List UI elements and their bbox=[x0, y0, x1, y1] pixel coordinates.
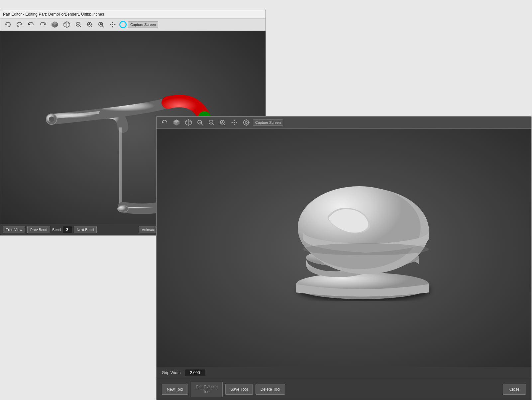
tool-buttons-row: New Tool Edit Existing Tool Save Tool De… bbox=[157, 379, 531, 400]
tool-zoom-in-btn[interactable] bbox=[206, 118, 216, 127]
capture-screen-btn[interactable]: Capture Screen bbox=[128, 21, 158, 28]
svg-line-12 bbox=[79, 26, 81, 27]
target-icon bbox=[119, 21, 127, 28]
svg-line-40 bbox=[201, 123, 203, 125]
part-editor-title: Part Editor - Editing Part: DemoForBende… bbox=[3, 12, 104, 17]
tool-solid-cube-btn[interactable] bbox=[171, 118, 182, 127]
svg-marker-50 bbox=[234, 124, 235, 125]
tool-editor-bottom-area: Grip Width 2.000 New Tool Edit Existing … bbox=[157, 367, 531, 400]
svg-marker-52 bbox=[236, 122, 237, 123]
svg-line-20 bbox=[102, 26, 104, 27]
svg-marker-22 bbox=[112, 22, 113, 23]
svg-marker-51 bbox=[231, 122, 233, 123]
tool-editor-toolbar: Capture Screen bbox=[157, 117, 531, 129]
svg-point-29 bbox=[118, 205, 128, 212]
svg-line-48 bbox=[224, 123, 225, 125]
tool-target-btn[interactable] bbox=[241, 118, 252, 127]
wire-cube-btn[interactable] bbox=[61, 20, 72, 29]
rotate-cw-btn[interactable] bbox=[14, 20, 24, 29]
svg-line-16 bbox=[91, 26, 92, 27]
tool-3d-shape bbox=[279, 161, 446, 311]
tool-close-btn[interactable]: Close bbox=[503, 384, 526, 395]
redo-btn[interactable] bbox=[38, 20, 48, 29]
tool-undo-btn[interactable] bbox=[159, 118, 170, 127]
grip-width-value: 2.000 bbox=[185, 369, 205, 376]
svg-point-55 bbox=[245, 121, 247, 123]
part-editor-titlebar: Part Editor - Editing Part: DemoForBende… bbox=[0, 10, 266, 19]
prev-bend-btn[interactable]: Prev Bend bbox=[27, 226, 50, 233]
svg-line-8 bbox=[64, 23, 67, 24]
solid-cube-btn[interactable] bbox=[50, 20, 60, 29]
save-tool-btn[interactable]: Save Tool bbox=[225, 384, 253, 395]
tool-editor-window: Capture Screen bbox=[156, 116, 532, 400]
tool-pan-btn[interactable] bbox=[229, 118, 240, 127]
bend-number: 2 bbox=[63, 226, 72, 233]
svg-line-35 bbox=[188, 121, 191, 122]
pan-btn[interactable] bbox=[107, 20, 118, 29]
zoom-in-btn[interactable] bbox=[85, 20, 95, 29]
svg-point-54 bbox=[244, 120, 249, 125]
part-editor-toolbar: Capture Screen bbox=[0, 19, 266, 31]
zoom-out-btn[interactable] bbox=[73, 20, 83, 29]
tool-zoom-fit-btn[interactable] bbox=[218, 118, 228, 127]
undo-btn[interactable] bbox=[26, 20, 36, 29]
svg-marker-49 bbox=[234, 120, 235, 121]
svg-point-53 bbox=[234, 122, 235, 123]
true-view-btn[interactable]: True View bbox=[3, 226, 25, 233]
tool-wire-cube-btn[interactable] bbox=[183, 118, 194, 127]
svg-marker-25 bbox=[114, 24, 116, 25]
svg-line-36 bbox=[185, 121, 188, 122]
rotate-ccw-btn[interactable] bbox=[3, 20, 13, 29]
svg-point-66 bbox=[303, 243, 429, 255]
tool-capture-screen-btn[interactable]: Capture Screen bbox=[253, 119, 283, 126]
svg-line-7 bbox=[67, 23, 70, 24]
svg-marker-23 bbox=[112, 26, 113, 28]
edit-existing-tool-btn[interactable]: Edit Existing Tool bbox=[191, 382, 223, 397]
tool-editor-viewport bbox=[157, 129, 531, 367]
next-bend-btn[interactable]: Next Bend bbox=[74, 226, 97, 233]
delete-tool-btn[interactable]: Delete Tool bbox=[256, 384, 285, 395]
svg-line-44 bbox=[212, 123, 214, 125]
svg-point-28 bbox=[49, 117, 54, 122]
grip-width-label: Grip Width bbox=[162, 370, 181, 375]
grip-width-row: Grip Width 2.000 bbox=[157, 367, 531, 379]
new-tool-btn[interactable]: New Tool bbox=[162, 384, 188, 395]
bend-label: Bend bbox=[52, 228, 61, 232]
tool-zoom-out-btn[interactable] bbox=[195, 118, 205, 127]
svg-marker-24 bbox=[110, 24, 111, 25]
zoom-fit-btn[interactable] bbox=[96, 20, 106, 29]
svg-point-26 bbox=[112, 24, 113, 25]
